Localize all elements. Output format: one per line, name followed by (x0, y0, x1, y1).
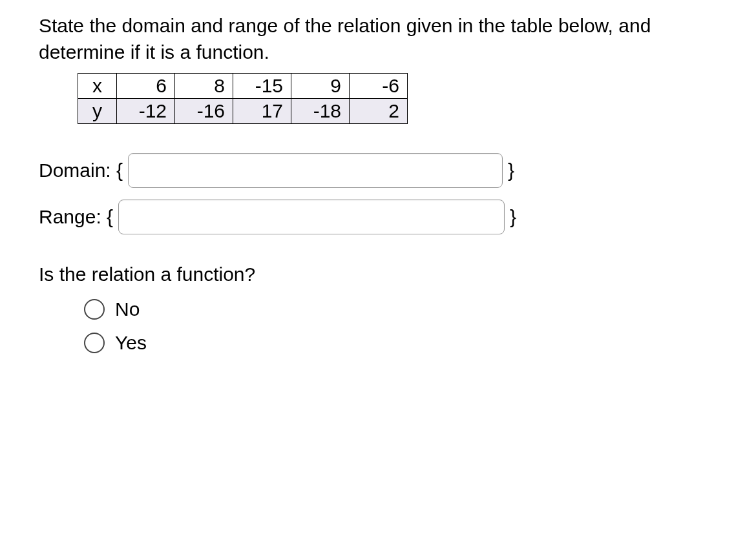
radio-circle-icon (84, 333, 105, 353)
domain-input[interactable] (128, 153, 503, 188)
radio-label-no: No (115, 298, 140, 320)
table-row: x 6 8 -15 9 -6 (78, 74, 408, 99)
relation-table: x 6 8 -15 9 -6 y -12 -16 17 -18 2 (78, 73, 717, 124)
x-value: 6 (117, 74, 175, 99)
radio-option-yes[interactable]: Yes (84, 332, 717, 354)
domain-label: Domain: { (39, 160, 123, 181)
x-value: 9 (291, 74, 350, 99)
domain-row: Domain: { } (39, 153, 717, 188)
radio-label-yes: Yes (115, 332, 147, 354)
question-prompt: State the domain and range of the relati… (39, 13, 717, 65)
radio-group: No Yes (84, 298, 717, 354)
y-value: -12 (117, 99, 175, 124)
radio-circle-icon (84, 299, 105, 320)
range-row: Range: { } (39, 200, 717, 234)
domain-close-brace: } (508, 160, 514, 181)
y-value: -18 (291, 99, 350, 124)
range-close-brace: } (510, 206, 516, 228)
x-value: -6 (350, 74, 408, 99)
y-label: y (78, 99, 117, 124)
radio-option-no[interactable]: No (84, 298, 717, 320)
x-value: -15 (233, 74, 291, 99)
y-value: 17 (233, 99, 291, 124)
x-label: x (78, 74, 117, 99)
y-value: 2 (350, 99, 408, 124)
function-question: Is the relation a function? (39, 263, 717, 285)
y-value: -16 (175, 99, 233, 124)
x-value: 8 (175, 74, 233, 99)
table-row: y -12 -16 17 -18 2 (78, 99, 408, 124)
range-label: Range: { (39, 206, 113, 228)
range-input[interactable] (118, 200, 505, 234)
